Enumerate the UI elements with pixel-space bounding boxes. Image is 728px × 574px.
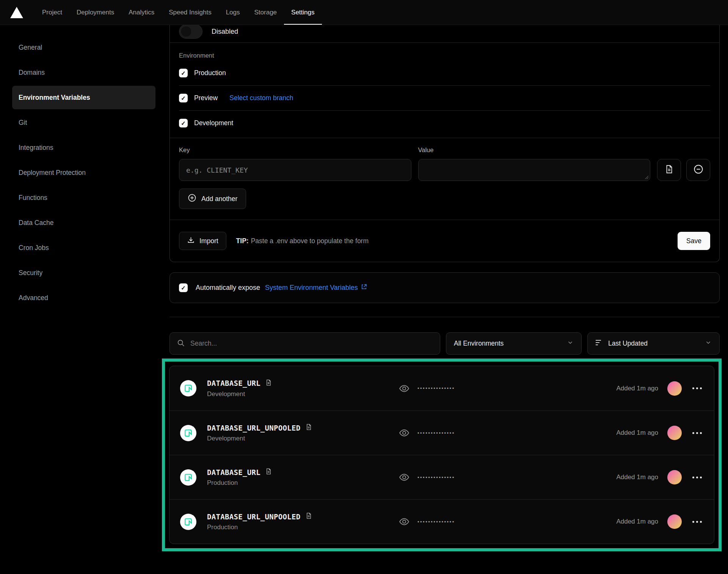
sidebar-item-domains[interactable]: Domains: [12, 61, 155, 84]
vercel-triangle-logo[interactable]: [10, 6, 24, 19]
nav-item-storage[interactable]: Storage: [247, 0, 284, 25]
plus-circle-icon: [188, 193, 196, 204]
checkbox-system-env[interactable]: ✓: [179, 283, 188, 292]
masked-value: ••••••••••••••: [417, 430, 455, 436]
note-icon: [265, 379, 272, 388]
user-avatar: [667, 426, 682, 440]
add-another-label: Add another: [201, 195, 237, 203]
nav-item-speed-insights[interactable]: Speed Insights: [162, 0, 218, 25]
select-custom-branch-link[interactable]: Select custom branch: [229, 94, 293, 102]
environment-filter-dropdown[interactable]: All Environments: [446, 332, 582, 355]
sidebar-item-cron-jobs[interactable]: Cron Jobs: [12, 236, 155, 259]
import-button[interactable]: Import: [179, 232, 226, 250]
system-env-card: ✓ Automatically expose System Environmen…: [169, 272, 720, 303]
disabled-toggle[interactable]: [179, 24, 202, 39]
row-menu-button[interactable]: [691, 473, 703, 481]
ellipsis-icon: [692, 521, 694, 523]
variable-environment: Production: [207, 479, 399, 487]
user-avatar: [667, 514, 682, 529]
sidebar-item-functions[interactable]: Functions: [12, 186, 155, 209]
checkbox-production[interactable]: ✓: [179, 69, 188, 77]
note-icon: [265, 468, 272, 476]
env-label-preview: Preview: [194, 94, 218, 102]
sidebar-item-security[interactable]: Security: [12, 261, 155, 285]
chevron-down-icon: [705, 339, 712, 348]
env-row-production: ✓ Production: [179, 61, 710, 86]
user-avatar: [667, 381, 682, 396]
checkbox-preview[interactable]: ✓: [179, 94, 188, 102]
variable-environment: Production: [207, 524, 399, 531]
search-input[interactable]: [190, 340, 433, 348]
sort-dropdown[interactable]: Last Updated: [587, 332, 720, 355]
key-input[interactable]: [179, 159, 411, 181]
variable-name: DATABASE_URL: [207, 379, 260, 387]
env-var-form-card: Disabled Environment ✓ Production ✓ Prev…: [169, 20, 720, 262]
minus-circle-icon: [693, 164, 704, 176]
sidebar-item-general[interactable]: General: [12, 36, 155, 59]
save-button[interactable]: Save: [678, 232, 710, 250]
nav-item-settings[interactable]: Settings: [284, 0, 322, 25]
system-env-text: Automatically expose: [196, 284, 260, 292]
external-link-icon: [361, 283, 367, 292]
ellipsis-icon: [692, 476, 694, 478]
user-avatar: [667, 470, 682, 484]
divider: [169, 317, 720, 317]
reveal-value-button[interactable]: [399, 472, 410, 483]
added-timestamp: Added 1m ago: [616, 385, 658, 392]
reveal-value-button[interactable]: [399, 427, 410, 439]
added-timestamp: Added 1m ago: [616, 429, 658, 437]
reveal-value-button[interactable]: [399, 383, 410, 394]
env-variable-row: DATABASE_URL_UNPOOLED Production: [169, 499, 714, 544]
sidebar-item-data-cache[interactable]: Data Cache: [12, 211, 155, 234]
nav-item-logs[interactable]: Logs: [219, 0, 247, 25]
added-timestamp: Added 1m ago: [616, 518, 658, 525]
added-timestamp: Added 1m ago: [616, 473, 658, 481]
nav-item-project[interactable]: Project: [35, 0, 69, 25]
row-menu-button[interactable]: [691, 518, 703, 526]
row-menu-button[interactable]: [691, 384, 703, 392]
remove-row-button[interactable]: [686, 159, 710, 181]
main-content: Disabled Environment ✓ Production ✓ Prev…: [169, 25, 728, 574]
search-icon: [177, 339, 185, 349]
key-value-section: Key Value: [170, 138, 719, 220]
sidebar-item-environment-variables[interactable]: Environment Variables: [12, 86, 155, 109]
filters-row: All Environments Last Updated: [169, 332, 720, 355]
document-icon: [664, 164, 674, 176]
masked-value: ••••••••••••••: [417, 519, 455, 525]
sidebar-item-git[interactable]: Git: [12, 111, 155, 134]
env-label-production: Production: [194, 69, 226, 77]
sidebar-item-advanced[interactable]: Advanced: [12, 286, 155, 310]
env-variable-list: DATABASE_URL Development: [169, 366, 714, 544]
ellipsis-icon: [692, 432, 694, 434]
sidebar-item-integrations[interactable]: Integrations: [12, 136, 155, 159]
environment-section: Environment ✓ Production ✓ Preview Selec…: [170, 43, 719, 138]
env-row-preview: ✓ Preview Select custom branch: [179, 86, 710, 111]
add-another-button[interactable]: Add another: [179, 189, 246, 209]
row-menu-button[interactable]: [691, 429, 703, 437]
sort-lines-icon: [595, 339, 603, 348]
sort-value: Last Updated: [608, 340, 648, 348]
neon-logo-icon: [180, 514, 196, 530]
nav-item-analytics[interactable]: Analytics: [121, 0, 162, 25]
reveal-value-button[interactable]: [399, 516, 410, 527]
env-variable-row: DATABASE_URL_UNPOOLED Development: [169, 410, 714, 455]
variable-name: DATABASE_URL_UNPOOLED: [207, 424, 301, 432]
note-icon: [305, 423, 312, 432]
value-label: Value: [418, 146, 651, 154]
masked-value: ••••••••••••••: [417, 385, 455, 391]
neon-logo-icon: [180, 380, 196, 396]
ellipsis-icon: [692, 387, 694, 389]
checkbox-development[interactable]: ✓: [179, 119, 188, 127]
paste-env-file-button[interactable]: [657, 159, 681, 181]
neon-logo-icon: [180, 469, 196, 486]
toggle-label: Disabled: [212, 28, 238, 36]
value-input[interactable]: [418, 159, 651, 181]
environment-section-title: Environment: [179, 52, 710, 59]
environment-filter-value: All Environments: [454, 340, 504, 348]
nav-item-deployments[interactable]: Deployments: [69, 0, 121, 25]
sidebar-item-deployment-protection[interactable]: Deployment Protection: [12, 161, 155, 184]
masked-value: ••••••••••••••: [417, 475, 455, 480]
env-label-development: Development: [194, 119, 233, 127]
neon-logo-icon: [180, 425, 196, 441]
system-env-link[interactable]: System Environment Variables: [265, 283, 367, 292]
